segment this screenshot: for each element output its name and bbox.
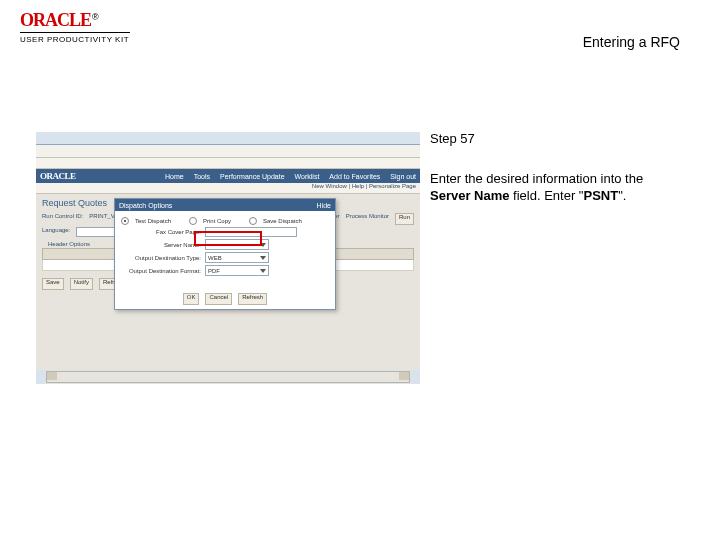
embedded-screenshot: ORACLE Home Tools Performance Update Wor…	[36, 132, 420, 384]
out-dest-format-field[interactable]: PDF	[205, 265, 269, 276]
radio-test-dispatch[interactable]	[121, 217, 129, 225]
logo-oracle-word: ORACLE	[20, 10, 91, 30]
page-title: Entering a RFQ	[583, 34, 680, 50]
browser-statusbar	[36, 370, 420, 384]
highlight-server-name	[194, 231, 262, 246]
browser-titlebar	[36, 132, 420, 145]
radio-print-copy[interactable]	[189, 217, 197, 225]
nav-favorites[interactable]: Add to Favorites	[329, 173, 380, 180]
radio-save-dispatch-label: Save Dispatch	[263, 218, 302, 224]
server-name-label: Server Name:	[121, 242, 201, 248]
oracle-upk-logo: ORACLE® USER PRODUCTIVITY KIT	[20, 10, 130, 44]
out-dest-format-label: Output Destination Format:	[121, 268, 201, 274]
process-monitor-link[interactable]: Process Monitor	[346, 213, 389, 225]
run-button[interactable]: Run	[395, 213, 414, 225]
app-global-header: ORACLE Home Tools Performance Update Wor…	[36, 169, 420, 183]
app-logo: ORACLE	[40, 171, 76, 181]
radio-save-dispatch[interactable]	[249, 217, 257, 225]
instr-seg3: ".	[618, 188, 626, 203]
notify-button[interactable]: Notify	[70, 278, 93, 290]
browser-addressbar	[36, 158, 420, 169]
instr-bold2: PSNT	[583, 188, 618, 203]
chevron-down-icon	[260, 256, 266, 260]
section-title: Header Options	[48, 241, 90, 247]
run-control-label: Run Control ID:	[42, 213, 83, 225]
instruction-panel: Step 57 Enter the desired information in…	[430, 130, 680, 205]
instr-seg2: field. Enter "	[510, 188, 584, 203]
nav-signout[interactable]: Sign out	[390, 173, 416, 180]
logo-registered: ®	[92, 12, 99, 22]
radio-print-copy-label: Print Copy	[203, 218, 231, 224]
nav-tools[interactable]: Tools	[194, 173, 210, 180]
radio-test-dispatch-label: Test Dispatch	[135, 218, 171, 224]
ok-button[interactable]: OK	[183, 293, 200, 305]
page-utility-links[interactable]: New Window | Help | Personalize Page	[36, 183, 420, 194]
browser-toolbar	[36, 145, 420, 158]
out-dest-type-label: Output Destination Type:	[121, 255, 201, 261]
instr-seg1: Enter the desired information into the	[430, 171, 643, 186]
instr-bold1: Server Name	[430, 188, 510, 203]
out-dest-type-field[interactable]: WEB	[205, 252, 269, 263]
dialog-refresh-button[interactable]: Refresh	[238, 293, 267, 305]
step-label: Step 57	[430, 130, 680, 148]
dialog-title: Dispatch Options	[119, 202, 172, 209]
fax-cover-label: Fax Cover Page:	[121, 229, 201, 235]
nav-worklist[interactable]: Worklist	[295, 173, 320, 180]
chevron-down-icon	[260, 269, 266, 273]
language-label: Language:	[42, 227, 70, 237]
cancel-button[interactable]: Cancel	[205, 293, 232, 305]
logo-upk-sub: USER PRODUCTIVITY KIT	[20, 35, 130, 44]
instruction-text: Enter the desired information into the S…	[430, 170, 680, 205]
out-dest-type-value: WEB	[208, 255, 222, 261]
horizontal-scrollbar[interactable]	[46, 371, 410, 383]
logo-divider	[20, 32, 130, 33]
dialog-hide-link[interactable]: Hide	[317, 202, 331, 209]
save-button[interactable]: Save	[42, 278, 64, 290]
dispatch-options-dialog: Dispatch Options Hide Test Dispatch Prin…	[114, 198, 336, 310]
nav-home[interactable]: Home	[165, 173, 184, 180]
nav-perf[interactable]: Performance Update	[220, 173, 285, 180]
out-dest-format-value: PDF	[208, 268, 220, 274]
